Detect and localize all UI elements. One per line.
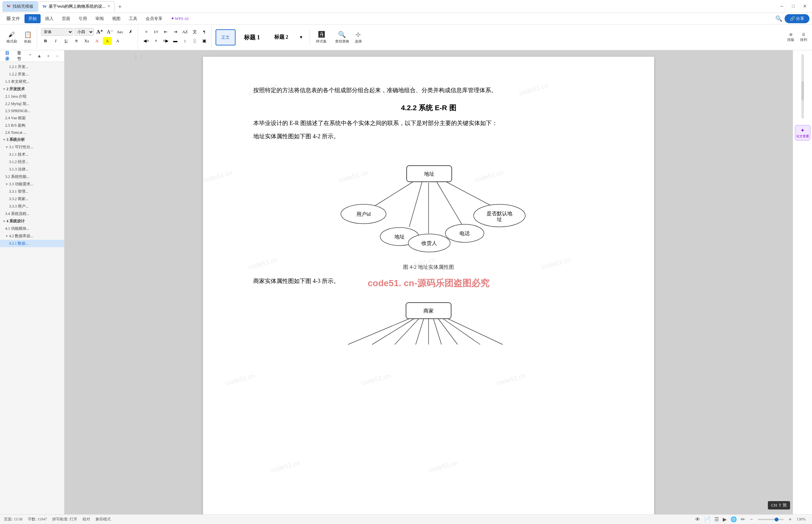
clear-format-button[interactable]: ✗	[126, 28, 135, 36]
menu-vip[interactable]: 会员专享	[142, 14, 166, 23]
play-icon[interactable]: ▶	[723, 516, 727, 522]
scroll-thumb[interactable]	[801, 81, 804, 100]
spell-check[interactable]: 拼写检查: 打开	[52, 517, 77, 522]
proofread[interactable]: 校对	[82, 517, 90, 522]
toc-item-1-2-2[interactable]: 1.2.2 开发...	[0, 70, 64, 78]
style-h2-button[interactable]: 标题 2	[268, 29, 294, 46]
search-button[interactable]: 🔍	[774, 14, 783, 23]
sort-rows-button[interactable]: ☰ 排列	[798, 28, 809, 47]
zoom-increase-button[interactable]: ＋	[788, 516, 793, 523]
strikethrough-button[interactable]: S	[72, 37, 81, 45]
line-spacing-button[interactable]: ↕	[180, 37, 189, 45]
toc-item-2-2[interactable]: 2.2 MySql 简...	[0, 100, 64, 108]
align-right-button[interactable]: ≡▶	[161, 37, 170, 45]
wps-ai-button[interactable]: ✦ 论文查重	[795, 125, 810, 141]
sidebar-up-button[interactable]: ▲	[35, 52, 43, 60]
share-button[interactable]: 🔗 分享	[784, 14, 809, 23]
justify-button[interactable]: ▬	[171, 37, 180, 45]
font-family-select[interactable]: 宋体	[41, 28, 73, 36]
edit-icon[interactable]: ✏	[741, 516, 745, 522]
web-icon[interactable]: 🌐	[730, 516, 737, 522]
tab-wps-office[interactable]: W 找稿壳模板	[3, 1, 38, 12]
format-painter-button[interactable]: 🖌 格式刷	[4, 28, 19, 47]
shading-button[interactable]: ░	[190, 37, 199, 45]
border-button[interactable]: ▣	[200, 37, 209, 45]
toc-item-3-3[interactable]: ▼3.3 功能需求...	[0, 180, 64, 188]
toc-item-3-1[interactable]: ▼3.1 可行性分...	[0, 143, 64, 151]
document-area[interactable]: ⋮⋮ code51.cn code51.cn code51.cn code51.…	[64, 50, 793, 514]
maximize-button[interactable]: □	[789, 2, 798, 11]
menu-home[interactable]: 开始	[24, 14, 40, 23]
italic-button[interactable]: I	[51, 37, 60, 45]
menu-file[interactable]: ☰ 文件	[3, 14, 24, 23]
scroll-track[interactable]	[801, 54, 804, 119]
underline-button[interactable]: U	[62, 37, 70, 45]
style-h1-button[interactable]: 标题 1	[238, 29, 266, 46]
page-drag-handle[interactable]: ⋮⋮	[133, 53, 144, 61]
toc-item-2-5[interactable]: 2.5 B/S 架构	[0, 122, 64, 129]
subscript-button[interactable]: X₂	[82, 37, 91, 45]
view-normal-icon[interactable]: 👁	[695, 517, 700, 522]
style-expand-button[interactable]: ▼	[297, 33, 306, 41]
increase-indent-button[interactable]: ⇥	[171, 28, 180, 36]
toc-item-3[interactable]: ▼3 系统分析	[0, 136, 64, 143]
toc-item-3-3-1[interactable]: 3.3.1 管理...	[0, 188, 64, 195]
toc-item-3-1-1[interactable]: 3.1.1 技术...	[0, 151, 64, 158]
menu-page[interactable]: 页面	[58, 14, 74, 23]
style-normal-button[interactable]: 正文	[216, 29, 235, 46]
zoom-decrease-button[interactable]: －	[749, 516, 754, 523]
zoom-slider-thumb[interactable]	[775, 518, 778, 521]
toc-item-3-3-2[interactable]: 3.3.2 商家...	[0, 195, 64, 203]
minimize-button[interactable]: ─	[777, 2, 786, 11]
list-bullet-button[interactable]: ≡	[142, 28, 151, 36]
toc-item-2-4[interactable]: 2.4 Vue 框架	[0, 114, 64, 122]
toc-item-1-3[interactable]: 1.3 本文研究...	[0, 78, 64, 85]
layout-button[interactable]: ⊞ 排版	[785, 28, 797, 47]
decrease-font-button[interactable]: A⁻	[105, 28, 114, 36]
list-number-button[interactable]: 1≡	[151, 28, 161, 36]
sidebar-tab-chapter[interactable]: 章节	[15, 50, 24, 63]
sidebar-tab-toc[interactable]: 目录	[3, 50, 12, 63]
select-button[interactable]: ⊹ 选择	[351, 28, 366, 47]
zoom-level[interactable]: 130%	[797, 517, 808, 522]
toc-item-2-6[interactable]: 2.6 Tomcat ...	[0, 129, 64, 136]
paste-button[interactable]: 📋 粘贴	[20, 28, 35, 47]
input-mode-indicator[interactable]: CH ⇧ 简	[768, 501, 790, 509]
close-button[interactable]: ✕	[800, 2, 809, 11]
change-case-button[interactable]: Aa↓	[116, 28, 125, 36]
menu-insert[interactable]: 插入	[41, 14, 57, 23]
zoom-slider[interactable]	[758, 519, 784, 520]
increase-font-button[interactable]: A⁺	[95, 28, 104, 36]
bold-button[interactable]: B	[41, 37, 50, 45]
tab-word-doc[interactable]: W 基于Web的网上购物系统的设... ✕	[38, 1, 115, 12]
menu-reference[interactable]: 引用	[75, 14, 91, 23]
chinese-layout-button[interactable]: 文	[190, 28, 199, 36]
toc-item-4-2-1[interactable]: 4.2.1 数据...	[0, 240, 64, 247]
sort-button[interactable]: AZ	[180, 28, 189, 36]
view-layout-icon[interactable]: 📄	[704, 516, 711, 522]
toc-item-3-1-3[interactable]: 3.1.3 法律...	[0, 166, 64, 173]
paragraph-mark-button[interactable]: ¶	[200, 28, 209, 36]
highlight-button[interactable]: A	[103, 37, 112, 45]
menu-wps-ai[interactable]: ✦ WPS AI	[167, 14, 192, 23]
toc-item-3-4[interactable]: 3.4 系统流程...	[0, 210, 64, 217]
toc-item-2-3[interactable]: 2.3 SPRINGB...	[0, 108, 64, 114]
align-center-button[interactable]: ≡	[151, 37, 161, 45]
toc-item-2[interactable]: ▼2 开发技术	[0, 85, 64, 93]
tab-add-button[interactable]: ＋	[115, 2, 125, 11]
sidebar-add-button[interactable]: ＋	[45, 52, 52, 60]
toc-item-3-2[interactable]: 3.2 系统性能...	[0, 173, 64, 180]
toc-item-1-2-1[interactable]: 1.2.1 开发...	[0, 63, 64, 70]
toc-item-3-3-3[interactable]: 3.3.3 用户...	[0, 203, 64, 210]
toc-item-4-1[interactable]: 4.1 功能模块...	[0, 225, 64, 232]
font-size-select[interactable]: 小四	[74, 28, 94, 36]
view-list-icon[interactable]: ☰	[714, 516, 719, 522]
toc-item-4-2[interactable]: ▼4.2 数据库设...	[0, 232, 64, 240]
sidebar-collapse-all-button[interactable]: ⌃	[27, 52, 34, 60]
toc-item-3-1-2[interactable]: 3.1.2 经济...	[0, 158, 64, 166]
menu-view[interactable]: 视图	[108, 14, 125, 23]
font-color-button[interactable]: A	[93, 37, 101, 45]
decrease-indent-button[interactable]: ⇤	[161, 28, 170, 36]
font-bg-button[interactable]: A	[113, 37, 122, 45]
toc-item-2-1[interactable]: 2.1 Java 介绍	[0, 93, 64, 100]
